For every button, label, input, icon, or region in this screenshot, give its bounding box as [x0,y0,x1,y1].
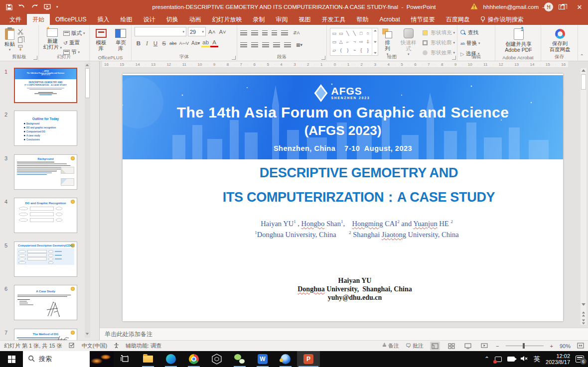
undo-icon[interactable] [18,4,25,10]
shape-glyph[interactable]: □ [360,31,362,36]
presenter-affiliation[interactable]: Donghua University, Shanghai, China [135,285,575,293]
volume-muted-icon[interactable] [520,356,528,363]
text-direction-icon[interactable]: ⇵A [292,28,301,37]
shape-fill-button[interactable]: 形状填充▾ [423,28,455,37]
slide-thumbnail-6[interactable]: A Case Study [14,285,77,320]
task-view-button[interactable] [114,351,137,367]
find-button[interactable]: 查找 [460,28,493,37]
drawing-dialog-launcher[interactable] [452,56,456,60]
tab-开始[interactable]: 开始 [27,14,50,25]
fit-to-window-icon[interactable] [577,343,584,350]
paragraph-dialog-launcher[interactable] [321,56,325,60]
shape-glyph[interactable]: } [367,48,369,53]
accessibility-status[interactable]: 辅助功能: 调查 [126,342,161,350]
shape-glyph[interactable]: ▭ [339,31,343,36]
columns-icon[interactable] [284,42,291,47]
shape-glyph[interactable]: { [360,48,362,53]
camera-icon[interactable] [507,357,515,362]
tab-Acrobat[interactable]: Acrobat [374,14,405,25]
replace-button[interactable]: ab替换▾ [460,39,493,48]
taskbar-app-blue-swirl-app[interactable] [274,351,297,367]
underline-button[interactable]: U [151,39,159,47]
slideshow-view-button[interactable] [479,342,489,351]
ime-indicator[interactable]: 英 [534,355,540,364]
conference-banner-image[interactable]: AFGS SHENZHEN 2023 The 14th Asia Forum o… [123,75,563,159]
close-button[interactable]: ✕ [571,0,588,14]
taskbar-app-wechat[interactable] [228,351,251,367]
notes-pane[interactable]: 单击此处添加备注 [100,328,588,340]
notes-placeholder[interactable]: 单击此处添加备注 [105,330,152,339]
start-slideshow-icon[interactable] [44,4,51,10]
warning-icon[interactable] [470,3,478,11]
increase-indent-icon[interactable] [272,30,277,35]
shape-glyph[interactable]: ╲ [353,31,356,36]
account-email[interactable]: hhhhelen@gmail.com [483,4,539,10]
zoom-slider-knob[interactable] [523,343,525,349]
shape-glyph[interactable]: ¬ [353,39,356,44]
save-to-baidu-button[interactable]: 保存到 百度网盘 [544,27,576,53]
tab-文件[interactable]: 文件 [4,14,27,25]
hidden-icons-chevron[interactable]: ⌃ [484,356,489,363]
tab-动画[interactable]: 动画 [183,14,206,25]
affiliations-line[interactable]: 1Donghua University, China 2 Shanghai Ji… [137,230,577,239]
notes-toggle[interactable]: ≜ 备注 [382,342,399,350]
screen-recording-icon[interactable] [495,357,502,362]
grow-font-icon[interactable]: A˄ [207,27,216,36]
font-dialog-launcher[interactable] [232,56,236,60]
taskbar-app-word[interactable]: W [251,351,274,367]
change-case-button[interactable]: Aa▾ [190,39,201,47]
tab-插入[interactable]: 插入 [92,14,115,25]
shapes-gallery[interactable]: ▭▭╲╲□○▭△⌐¬⇨⇩▱()~{} [330,28,378,56]
align-left-icon[interactable] [240,42,247,47]
tab-开发工具[interactable]: 开发工具 [316,14,351,25]
start-button[interactable] [0,351,23,367]
create-pdf-button[interactable]: 创建并共享 Adobe PDF [498,27,539,53]
redo-icon[interactable] [31,4,38,10]
tab-切换[interactable]: 切换 [160,14,183,25]
tab-OfficePLUS[interactable]: OfficePLUS [50,14,92,25]
shape-glyph[interactable]: ○ [367,31,369,36]
slide-counter[interactable]: 幻灯片 第 1 张, 共 15 张 [4,342,62,350]
numbering-icon[interactable] [251,30,258,35]
presenter-email[interactable]: yuhy@dhu.edu.cn [135,293,575,302]
character-spacing-button[interactable]: A⇿V [178,39,190,47]
shape-glyph[interactable]: ( [340,48,342,53]
shape-glyph[interactable]: △ [339,39,343,44]
vertical-scrollbar[interactable] [581,68,587,325]
highlight-color-button[interactable]: ab [201,39,210,47]
language-indicator[interactable]: 中文(中国) [82,342,107,350]
slide-thumbnail-2[interactable]: Outline for Today Background DG and grap… [14,111,77,146]
clock[interactable]: 12:02 2023/8/17 [546,353,570,365]
shape-glyph[interactable]: ⇩ [366,39,370,44]
zoom-in-button[interactable]: + [550,343,553,349]
taskbar-app-chrome[interactable] [182,351,205,367]
shape-glyph[interactable]: ▭ [332,31,336,36]
restore-button[interactable] [554,0,571,14]
taskbar-app-file-explorer[interactable] [137,351,159,367]
slide-thumbnail-5[interactable]: Computerized Descriptive Geometry(CDG) [14,242,77,277]
comments-toggle[interactable]: 🗨︎ 批注 [406,342,424,350]
new-slide-button[interactable]: 新建 幻灯片 ▾ [42,27,63,57]
next-slide-button[interactable] [582,319,586,325]
zoom-level[interactable]: 90% [560,343,571,349]
zoom-slider[interactable] [506,346,544,346]
slide-thumbnail-1[interactable]: ◇ AFGS The 14th Asia Forum on Graphic an… [14,68,77,103]
line-spacing-icon[interactable] [281,30,288,35]
strikethrough-button[interactable]: abc [168,39,178,47]
horizontal-ruler[interactable]: 16·15·14·13·12·11·10·9·8·7·6·5·4·3·2·1·0… [102,61,568,68]
tab-审阅[interactable]: 审阅 [270,14,293,25]
authors-line[interactable]: Haiyan YU1 , Hongbo Shan1, Hongming CAI2… [137,219,577,228]
page-library-button[interactable]: 单页库 [113,27,130,52]
taskbar-app-hexagon-app[interactable] [205,351,228,367]
spellcheck-icon[interactable] [69,343,75,350]
slide-thumbnail-3[interactable]: Background [14,154,77,190]
tab-视图[interactable]: 视图 [293,14,316,25]
slide-canvas[interactable]: AFGS SHENZHEN 2023 The 14th Asia Forum o… [123,74,563,321]
slide-thumbnail-4[interactable]: DG and Graphic Recognition [14,198,77,233]
tab-幻灯片放映[interactable]: 幻灯片放映 [206,14,247,25]
tab-帮助[interactable]: 帮助 [351,14,374,25]
font-color-button[interactable]: A [210,39,218,47]
font-size-combo[interactable]: 29▾ [188,27,206,36]
paste-button[interactable]: 粘贴▾ [3,27,16,53]
shape-glyph[interactable]: ▱ [332,48,336,53]
